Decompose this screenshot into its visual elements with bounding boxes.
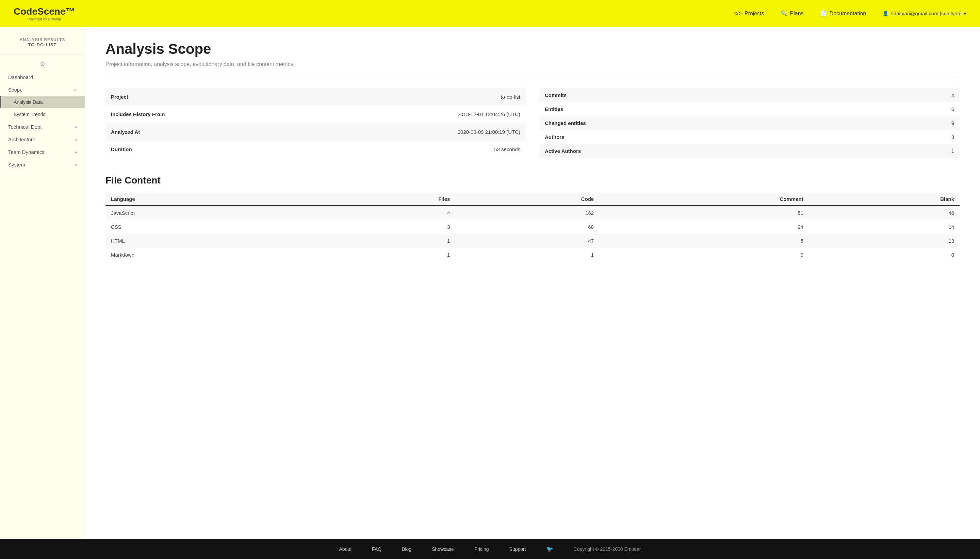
footer-link-showcase[interactable]: Showcase (432, 546, 454, 552)
table-row: Includes History From2013-12-01 12:04:26… (106, 106, 526, 123)
table-row: Entities6 (539, 102, 960, 116)
sidebar-item-team-dynamics[interactable]: Team Dynamics ◂ (0, 146, 85, 158)
blank-cell: 13 (809, 234, 960, 248)
nav-plans-label: Plans (790, 10, 804, 17)
stats-info-table: Commits4Entities6Changed entities9Author… (539, 88, 960, 158)
column-header: Blank (809, 193, 960, 206)
sidebar-analysis-data-label: Analysis Data (13, 99, 43, 105)
logo: CodeScene™ Powered by Empear (13, 6, 75, 21)
row-label: Entities (539, 102, 770, 116)
user-icon: 👤 (882, 10, 889, 17)
row-value: 53 seconds (337, 141, 526, 158)
page-title: Analysis Scope (106, 41, 960, 57)
row-value: to-do-list (337, 88, 526, 106)
table-row: Commits4 (539, 88, 960, 102)
language-cell: JavaScript (106, 206, 318, 220)
sidebar-item-analysis-data[interactable]: Analysis Data (0, 96, 85, 108)
row-value: 1 (770, 144, 960, 158)
row-label: Includes History From (106, 106, 337, 123)
sidebar-item-system-trends[interactable]: System Trends (0, 108, 85, 121)
table-row: CSS 3 68 24 14 (106, 220, 960, 234)
sidebar-team-dynamics-label: Team Dynamics (8, 149, 45, 155)
table-row: Duration53 seconds (106, 141, 526, 158)
sidebar-item-technical-debt[interactable]: Technical Debt ◂ (0, 121, 85, 133)
sidebar-dashboard-label: Dashboard (8, 74, 33, 80)
plans-icon: 🔍 (780, 10, 787, 17)
sidebar-system-trends-label: System Trends (13, 112, 45, 117)
docs-icon: 📄 (820, 10, 827, 17)
sidebar-item-system[interactable]: System ◂ (0, 158, 85, 171)
column-header: Comment (599, 193, 809, 206)
column-header: Code (455, 193, 599, 206)
footer-link-support[interactable]: Support (510, 546, 526, 552)
code-icon: </> (734, 10, 742, 17)
files-cell: 1 (318, 248, 455, 262)
language-cell: HTML (106, 234, 318, 248)
nav-docs-label: Documentation (830, 10, 866, 17)
row-value: 3 (770, 130, 960, 144)
footer-link-pricing[interactable]: Pricing (474, 546, 489, 552)
blank-cell: 46 (809, 206, 960, 220)
files-cell: 1 (318, 234, 455, 248)
sidebar-item-scope[interactable]: Scope ▸ (0, 83, 85, 96)
footer-link-faq[interactable]: FAQ (372, 546, 381, 552)
code-cell: 1 (455, 248, 599, 262)
comment-cell: 0 (599, 248, 809, 262)
nav-plans[interactable]: 🔍 Plans (780, 10, 804, 17)
nav-documentation[interactable]: 📄 Documentation (820, 10, 866, 17)
footer-link-blog[interactable]: Blog (402, 546, 411, 552)
row-label: Changed entities (539, 116, 770, 130)
code-cell: 68 (455, 220, 599, 234)
table-row: Authors3 (539, 130, 960, 144)
table-row: JavaScript 4 162 51 46 (106, 206, 960, 220)
sidebar-system-label: System (8, 162, 25, 167)
footer-copyright: Copyright © 2015-2020 Empear (574, 546, 641, 552)
code-cell: 162 (455, 206, 599, 220)
sidebar-scope-label: Scope (8, 87, 23, 93)
chevron-right-icon-2: ◂ (74, 125, 77, 129)
sidebar-item-dashboard[interactable]: Dashboard (0, 71, 85, 83)
language-cell: Markdown (106, 248, 318, 262)
user-menu[interactable]: 👤 sdaityari@gmail.com [sdaityari] ▾ (882, 10, 967, 17)
language-cell: CSS (106, 220, 318, 234)
comment-cell: 5 (599, 234, 809, 248)
footer-link-about[interactable]: About (339, 546, 352, 552)
files-cell: 4 (318, 206, 455, 220)
row-value: 2013-12-01 12:04:26 (UTC) (337, 106, 526, 123)
table-row: HTML 1 47 5 13 (106, 234, 960, 248)
nav: </> Projects 🔍 Plans 📄 Documentation 👤 s… (734, 10, 967, 17)
table-row: Projectto-do-list (106, 88, 526, 106)
sidebar-architecture-label: Architecture (8, 137, 35, 142)
sidebar-item-architecture[interactable]: Architecture ◂ (0, 133, 85, 146)
main-content: Analysis Scope Project information, anal… (85, 27, 980, 539)
files-cell: 3 (318, 220, 455, 234)
chevron-right-icon-3: ◂ (74, 137, 77, 142)
file-content-table: LanguageFilesCodeCommentBlank JavaScript… (106, 193, 960, 262)
blank-cell: 0 (809, 248, 960, 262)
chevron-right-icon: ▸ (74, 88, 77, 92)
column-header: Language (106, 193, 318, 206)
row-label: Active Authors (539, 144, 770, 158)
row-label: Authors (539, 130, 770, 144)
row-label: Project (106, 88, 337, 106)
footer: AboutFAQBlogShowcasePricingSupport 🐦 Cop… (0, 539, 980, 559)
table-row: Active Authors1 (539, 144, 960, 158)
row-label: Commits (539, 88, 770, 102)
divider (106, 78, 960, 78)
nav-projects[interactable]: </> Projects (734, 10, 764, 17)
sidebar-header: ANALYSIS RESULTS TO-DO-LIST (0, 34, 85, 55)
row-value: 6 (770, 102, 960, 116)
info-grid: Projectto-do-listIncludes History From20… (106, 88, 960, 158)
sidebar-gear-icon[interactable]: ⚙ (0, 58, 85, 71)
column-header: Files (318, 193, 455, 206)
project-info-table: Projectto-do-listIncludes History From20… (106, 88, 526, 158)
logo-powered: Powered by Empear (27, 17, 61, 21)
nav-projects-label: Projects (744, 10, 764, 17)
chevron-right-icon-5: ◂ (74, 162, 77, 167)
sidebar: ANALYSIS RESULTS TO-DO-LIST ⚙ Dashboard … (0, 27, 85, 539)
row-label: Duration (106, 141, 337, 158)
header: CodeScene™ Powered by Empear </> Project… (0, 0, 980, 27)
page-subtitle: Project information, analysis scope, evo… (106, 61, 960, 68)
chevron-down-icon: ▾ (964, 10, 967, 17)
chevron-right-icon-4: ◂ (74, 150, 77, 155)
